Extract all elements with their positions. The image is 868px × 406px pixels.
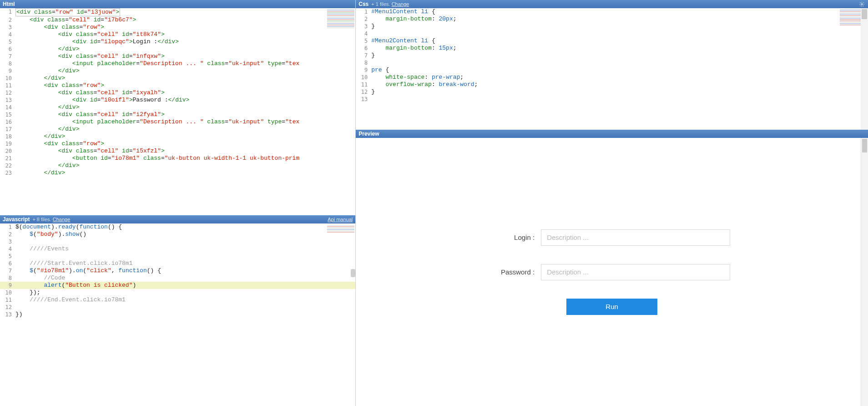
line-number: 5 xyxy=(0,253,15,260)
code-line[interactable]: 6 margin-bottom: 15px; xyxy=(356,45,868,52)
line-number: 2 xyxy=(0,231,15,238)
line-number: 22 xyxy=(0,162,15,169)
password-label: Password : xyxy=(494,268,535,276)
code-line[interactable]: 14 </div> xyxy=(0,104,355,111)
css-scrollbar[interactable] xyxy=(861,8,868,130)
code-line[interactable]: 2 <div class="cell" id="i7b6c7"> xyxy=(0,16,355,24)
code-line[interactable]: 7 $("#io78m1").on("click", function() { xyxy=(0,267,355,274)
line-number: 10 xyxy=(356,74,371,81)
line-number: 5 xyxy=(0,38,15,46)
code-line[interactable]: 20 <div class="cell" id="i5xfzl"> xyxy=(0,147,355,155)
preview-scrollbar[interactable] xyxy=(861,138,868,406)
code-line[interactable]: 10 </div> xyxy=(0,75,355,82)
code-line[interactable]: 6 </div> xyxy=(0,46,355,53)
code-line[interactable]: 5#Menu2Content li { xyxy=(356,37,868,45)
js-panel-header: Javascript + 8 files. Change Api manual xyxy=(0,215,355,223)
preview-panel-header: Preview xyxy=(356,130,868,138)
line-number: 1 xyxy=(0,8,15,15)
code-line[interactable]: 12 xyxy=(0,304,355,311)
line-number: 12 xyxy=(0,304,15,311)
css-editor[interactable]: 1#Menu1Content li {2 margin-bottom: 20px… xyxy=(356,8,868,130)
line-number: 17 xyxy=(0,126,15,133)
html-panel-title: Html xyxy=(3,1,15,7)
code-line[interactable]: 3 xyxy=(0,238,355,245)
line-number: 15 xyxy=(0,111,15,118)
code-line[interactable]: 12} xyxy=(356,88,868,96)
line-number: 2 xyxy=(0,16,15,24)
line-number: 11 xyxy=(0,82,15,89)
code-line[interactable]: 21 <button id="io78m1" class="uk-button … xyxy=(0,155,355,162)
line-number: 4 xyxy=(356,30,371,37)
line-number: 1 xyxy=(356,8,371,15)
password-input[interactable] xyxy=(541,264,730,280)
code-line[interactable]: 19 <div class="row"> xyxy=(0,140,355,147)
line-number: 7 xyxy=(356,52,371,59)
line-number: 3 xyxy=(0,238,15,245)
code-line[interactable]: 1<div class="row" id="i3juow"> xyxy=(0,8,355,16)
code-line[interactable]: 9 </div> xyxy=(0,67,355,75)
line-number: 4 xyxy=(0,31,15,38)
code-line[interactable]: 6 /////Start.Event.click.io78m1 xyxy=(0,260,355,267)
code-line[interactable]: 5 <div id="ilopqc">Login :</div> xyxy=(0,38,355,46)
settings-gear-icon[interactable] xyxy=(859,1,865,7)
code-line[interactable]: 23 </div> xyxy=(0,169,355,177)
code-line[interactable]: 8 //Code xyxy=(0,274,355,282)
code-line[interactable]: 16 <input placeholder="Description ... "… xyxy=(0,118,355,126)
code-line[interactable]: 4 /////Events xyxy=(0,245,355,253)
code-line[interactable]: 3 <div class="row"> xyxy=(0,24,355,31)
line-number: 20 xyxy=(0,147,15,155)
code-line[interactable]: 11 overflow-wrap: break-word; xyxy=(356,81,868,88)
line-number: 8 xyxy=(0,274,15,282)
code-line[interactable]: 12 <div class="cell" id="ixyalh"> xyxy=(0,89,355,96)
code-line[interactable]: 4 <div class="cell" id="it8k74"> xyxy=(0,31,355,38)
css-files-note: + 1 files. xyxy=(371,1,390,7)
code-line[interactable]: 22 </div> xyxy=(0,162,355,169)
code-line[interactable]: 13 xyxy=(356,96,868,103)
code-line[interactable]: 17 </div> xyxy=(0,126,355,133)
line-number: 7 xyxy=(0,53,15,60)
code-line[interactable]: 1$(document).ready(function() { xyxy=(0,223,355,231)
js-change-link[interactable]: Change xyxy=(53,217,71,222)
code-line[interactable]: 9 alert("Button is clicked") xyxy=(0,282,355,289)
code-line[interactable]: 7} xyxy=(356,52,868,59)
line-number: 8 xyxy=(0,60,15,67)
code-line[interactable]: 10 }); xyxy=(0,289,355,296)
code-line[interactable]: 7 <div class="cell" id="infqxw"> xyxy=(0,53,355,60)
api-manual-link[interactable]: Api manual xyxy=(328,217,353,222)
line-number: 18 xyxy=(0,133,15,140)
code-line[interactable]: 11 /////End.Event.click.io78m1 xyxy=(0,296,355,304)
line-number: 21 xyxy=(0,155,15,162)
js-scroll-thumb[interactable] xyxy=(351,269,355,277)
css-panel-header: Css + 1 files. Change xyxy=(356,0,868,8)
code-line[interactable]: 13}) xyxy=(0,311,355,318)
line-number: 12 xyxy=(356,88,371,96)
code-line[interactable]: 9pre { xyxy=(356,66,868,74)
line-number: 11 xyxy=(356,81,371,88)
code-line[interactable]: 4 xyxy=(356,30,868,37)
code-line[interactable]: 8 <input placeholder="Description ... " … xyxy=(0,60,355,67)
line-number: 13 xyxy=(0,311,15,318)
code-line[interactable]: 1#Menu1Content li { xyxy=(356,8,868,15)
code-line[interactable]: 2 margin-bottom: 20px; xyxy=(356,15,868,23)
line-number: 23 xyxy=(0,169,15,177)
css-change-link[interactable]: Change xyxy=(392,1,409,7)
run-button[interactable]: Run xyxy=(566,299,657,315)
svg-point-0 xyxy=(861,3,863,5)
code-line[interactable]: 10 white-space: pre-wrap; xyxy=(356,74,868,81)
js-editor[interactable]: 1$(document).ready(function() {2 $("body… xyxy=(0,223,355,406)
line-number: 2 xyxy=(356,15,371,23)
code-line[interactable]: 13 <div id="i0oifl">Password :</div> xyxy=(0,96,355,104)
html-panel-header: Html xyxy=(0,0,355,8)
code-line[interactable]: 2 $("body").show() xyxy=(0,231,355,238)
html-editor[interactable]: 1<div class="row" id="i3juow">2 <div cla… xyxy=(0,8,355,215)
code-line[interactable]: 18 </div> xyxy=(0,133,355,140)
login-input[interactable] xyxy=(541,229,730,246)
code-line[interactable]: 15 <div class="cell" id="i2fyal"> xyxy=(0,111,355,118)
code-line[interactable]: 5 xyxy=(0,253,355,260)
line-number: 12 xyxy=(0,89,15,96)
line-number: 6 xyxy=(356,45,371,52)
code-line[interactable]: 8 xyxy=(356,59,868,66)
code-line[interactable]: 3} xyxy=(356,23,868,30)
line-number: 9 xyxy=(0,282,15,289)
code-line[interactable]: 11 <div class="row"> xyxy=(0,82,355,89)
